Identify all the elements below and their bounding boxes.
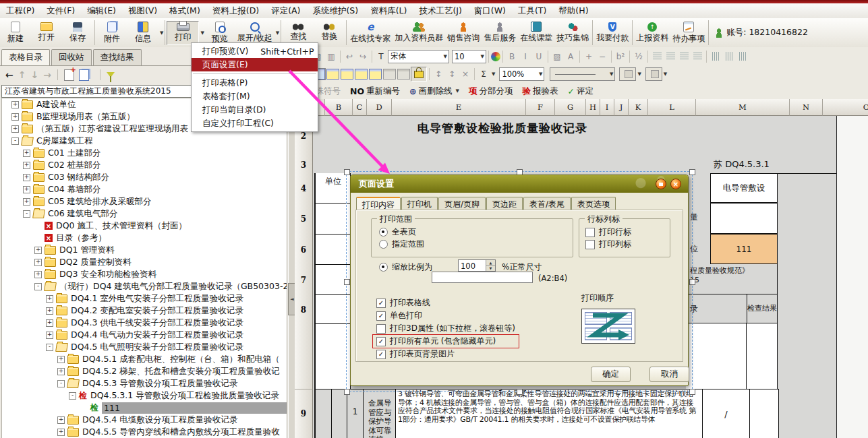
column-header-G[interactable]: G	[555, 99, 586, 116]
menu-item[interactable]: 打印预览(V)Shift+Ctrl+P	[192, 44, 318, 58]
menubar-item[interactable]: 系统维护(S)	[306, 3, 364, 18]
cancel-button[interactable]: 取消	[649, 367, 689, 382]
copy-icon[interactable]: ▥	[324, 51, 338, 63]
subitem-button[interactable]: 项分部分项	[469, 86, 513, 97]
tree-item[interactable]: +C03 钢结构部分	[2, 171, 287, 183]
decrease-font-icon[interactable]: −	[596, 51, 609, 63]
tree-item[interactable]: +C01 土建部分	[2, 147, 287, 159]
tree-item[interactable]: +C02 桩基部分	[2, 159, 287, 171]
column-header-N[interactable]: N	[790, 99, 823, 116]
tree-expand-plus-icon[interactable]: +	[57, 416, 65, 424]
spin-up-icon[interactable]: ▲	[486, 260, 495, 266]
tree-expand-plus-icon[interactable]: +	[11, 125, 19, 133]
tree-expand-plus-icon[interactable]: +	[46, 332, 53, 339]
tree-expand-plus-icon[interactable]: +	[46, 307, 53, 315]
cell-empty[interactable]	[710, 203, 778, 234]
column-header-E[interactable]: E	[392, 99, 526, 116]
align-right-icon[interactable]	[677, 51, 691, 63]
cell-conduit-laying[interactable]: 电导管敷设	[710, 173, 778, 203]
text-color-icon[interactable]: A	[564, 51, 577, 63]
tree-item[interactable]: -DQ4.5 电气照明安装子分部工程质量验收记录	[2, 341, 287, 353]
save-button[interactable]: 保存	[62, 21, 93, 45]
copy-table-icon[interactable]	[79, 69, 89, 81]
checkbox-icon[interactable]: ✓	[376, 299, 386, 308]
column-header-J[interactable]: J	[614, 99, 629, 116]
menubar-item[interactable]: 资料库(L)	[364, 3, 413, 18]
selection-handle[interactable]	[344, 169, 350, 175]
tree-item[interactable]: +C04 幕墙部分	[2, 183, 287, 195]
tree-expand-plus-icon[interactable]: +	[34, 247, 42, 254]
menubar-item[interactable]: 工程(P)	[0, 3, 40, 18]
tree-item[interactable]: +DQ4.1 室外电气安装子分部工程质量验收记录	[2, 292, 287, 305]
border-color-select[interactable]	[619, 67, 636, 81]
radio-scale[interactable]: 缩放比例为	[379, 261, 432, 273]
upload-button[interactable]: ↑上报资料	[634, 21, 670, 45]
tree-expand-minus-icon[interactable]: -	[23, 210, 30, 218]
nav-forward-icon[interactable]: →	[43, 69, 51, 80]
info-button[interactable]: 信息	[127, 20, 158, 46]
tree-expand-minus-icon[interactable]: -	[57, 380, 65, 387]
tree-expand-plus-icon[interactable]: +	[11, 113, 19, 121]
radio-icon[interactable]	[379, 240, 388, 249]
valign-bottom-icon[interactable]	[736, 51, 749, 63]
autosum-icon[interactable]: Σ	[477, 68, 490, 80]
tree-expand-plus-icon[interactable]: +	[46, 295, 53, 303]
tree-expand-plus-icon[interactable]: +	[23, 162, 30, 169]
dropdown-arrow-icon[interactable]: ▼	[276, 30, 279, 36]
open-button[interactable]: 打开	[31, 21, 62, 44]
preview-button[interactable]: 预览	[204, 20, 235, 46]
tree-expand-plus-icon[interactable]: +	[23, 150, 30, 157]
inspection-button[interactable]: 验报验表	[522, 86, 558, 97]
dropdown-arrow-icon[interactable]: ▼	[456, 88, 459, 94]
menubar-item[interactable]: 格式(M)	[163, 3, 206, 18]
cell-highlighted-111[interactable]: 111	[710, 234, 778, 264]
tree-expand-plus-icon[interactable]: +	[34, 271, 42, 278]
menubar-item[interactable]: 帮助(H)	[552, 3, 594, 18]
menubar-item[interactable]: 编辑(E)	[81, 3, 122, 18]
line-style-select[interactable]: ▼	[550, 67, 615, 81]
expert-button[interactable]: e在线找专家	[348, 20, 393, 46]
menu-item[interactable]: 页面设置(E)	[192, 58, 318, 71]
range-input[interactable]	[432, 272, 533, 283]
dialog-titlebar[interactable]: 页面设置	[351, 175, 688, 193]
nav-up-icon[interactable]: ↑	[18, 69, 26, 80]
checkbox-icon[interactable]: ✓	[376, 311, 386, 321]
nav-back-icon[interactable]: ←	[5, 69, 13, 80]
align-center-icon[interactable]	[664, 51, 677, 63]
tab-查找结果[interactable]: 查找结果	[93, 49, 142, 65]
selection-handle[interactable]	[689, 389, 695, 395]
checkbox-option[interactable]: 打印3D属性 (如下拉框，滚卷钮等)	[376, 323, 515, 334]
tree-item[interactable]: +DQ4.4 电气动力安装子分部工程质量验收记录	[2, 329, 287, 341]
nav-down-icon[interactable]: ↓	[30, 69, 38, 80]
tree-item[interactable]: +C05 建筑给排水及采暖部分	[2, 195, 287, 208]
tree-expand-plus-icon[interactable]: +	[34, 259, 42, 266]
selection-handle[interactable]	[689, 279, 695, 285]
tree-expand-plus-icon[interactable]: +	[57, 368, 65, 375]
font-type-icon[interactable]: T	[374, 51, 388, 63]
menubar-item[interactable]: 资料上报(D)	[206, 3, 265, 18]
align-justify-icon[interactable]	[691, 51, 704, 63]
tree-item[interactable]: +DQ4.5.4 电缆敷设分项工程质量验收记录	[2, 414, 287, 426]
zoom-select[interactable]: 100%▼	[499, 67, 544, 81]
valign-top-icon[interactable]	[709, 51, 722, 63]
row-header-7[interactable]: 7	[295, 265, 313, 296]
tab-表格目录[interactable]: 表格目录	[1, 49, 50, 66]
tab-回收站[interactable]: 回收站	[51, 49, 92, 65]
dropdown-arrow-icon[interactable]: ▼	[481, 54, 484, 59]
dropdown-arrow-icon[interactable]: ▼	[160, 30, 163, 36]
checkbox-icon[interactable]	[585, 240, 595, 249]
tree-item[interactable]: +DQ2 质量控制资料	[2, 256, 287, 268]
checkbox-print-col-headers[interactable]: 打印列标	[585, 239, 631, 250]
tree-item[interactable]: +DQ1 管理资料	[2, 244, 287, 256]
renumber-button[interactable]: NO重新编号	[350, 86, 400, 97]
tree-expand-plus-icon[interactable]: +	[23, 186, 30, 193]
column-header-H[interactable]: H	[586, 99, 600, 116]
lock-cell-button[interactable]	[411, 67, 427, 82]
valign-middle-icon[interactable]	[722, 51, 736, 63]
column-header-K[interactable]: K	[629, 99, 648, 116]
table-style-icon[interactable]	[383, 69, 396, 80]
row-header-6[interactable]: 6	[295, 234, 313, 265]
menubar-item[interactable]: 窗口(W)	[468, 3, 512, 18]
strikethrough-button[interactable]: ⊕画删除线▼	[409, 86, 459, 97]
column-header-O[interactable]: O	[823, 99, 868, 116]
